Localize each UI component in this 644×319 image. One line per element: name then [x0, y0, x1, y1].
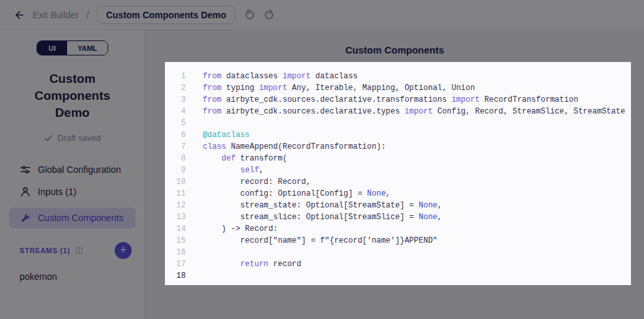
- custom-components-code-editor[interactable]: 1from dataclasses import dataclass2from …: [165, 62, 631, 285]
- streams-heading: STREAMS (1): [20, 247, 70, 254]
- wrench-icon: [20, 212, 31, 224]
- line-number: 15: [165, 235, 186, 247]
- line-number: 1: [165, 70, 186, 82]
- line-number: 6: [165, 129, 186, 141]
- draft-status-label: Draft saved: [57, 133, 100, 143]
- code-line[interactable]: 1from dataclasses import dataclass: [165, 70, 631, 82]
- code-text: self,: [203, 164, 264, 176]
- sidebar-item-label: Global Configuration: [38, 164, 121, 175]
- ui-yaml-toggle: UI YAML: [37, 40, 108, 55]
- breadcrumb-separator: /: [87, 10, 89, 20]
- info-icon[interactable]: [75, 247, 83, 255]
- code-line[interactable]: 11 config: Optional[Config] = None,: [165, 188, 631, 200]
- redo-button[interactable]: [263, 8, 277, 22]
- code-line[interactable]: 6@dataclass: [165, 129, 631, 141]
- line-number: 14: [165, 223, 186, 235]
- connector-builder-app: Exit Builder / Custom Components Demo: [0, 0, 644, 319]
- undo-button[interactable]: [243, 8, 257, 22]
- user-icon: [20, 186, 31, 198]
- toggle-option-yaml[interactable]: YAML: [67, 41, 108, 55]
- sidebar-item-global-configuration[interactable]: Global Configuration: [0, 159, 145, 181]
- line-number: 8: [165, 153, 186, 164]
- code-line[interactable]: 12 stream_state: Optional[StreamState] =…: [165, 200, 631, 211]
- code-text: config: Optional[Config] = None,: [203, 188, 390, 200]
- draft-status: Draft saved: [0, 133, 145, 143]
- code-text: return record: [203, 258, 301, 270]
- builder-sidebar: UI YAML Custom Components Demo Draft sav…: [0, 30, 145, 319]
- code-line[interactable]: 13 stream_slice: Optional[StreamSlice] =…: [165, 211, 631, 223]
- code-line[interactable]: 2from typing import Any, Iterable, Mappi…: [165, 82, 631, 94]
- code-text: stream_slice: Optional[StreamSlice] = No…: [203, 211, 442, 223]
- code-line[interactable]: 9 self,: [165, 164, 631, 176]
- line-number: 9: [165, 164, 186, 176]
- code-text: from typing import Any, Iterable, Mappin…: [203, 82, 475, 94]
- check-icon: [44, 134, 53, 143]
- stream-item-pokemon[interactable]: pokemon: [0, 267, 145, 286]
- line-number: 18: [165, 270, 186, 282]
- redo-icon: [263, 8, 277, 22]
- code-text: @dataclass: [203, 129, 250, 141]
- toggle-option-ui[interactable]: UI: [37, 41, 67, 55]
- sidebar-item-inputs[interactable]: Inputs (1): [0, 181, 145, 203]
- line-number: 17: [165, 258, 186, 270]
- top-bar: Exit Builder / Custom Components Demo: [0, 0, 644, 30]
- exit-builder-link[interactable]: Exit Builder: [33, 10, 79, 20]
- code-line[interactable]: 4from airbyte_cdk.sources.declarative.ty…: [165, 106, 631, 117]
- code-text: def transform(: [203, 153, 287, 164]
- arrow-left-icon: [14, 9, 25, 21]
- builder-title: Custom Components Demo: [18, 70, 126, 121]
- streams-header: STREAMS (1) +: [0, 242, 145, 259]
- code-line[interactable]: 17 return record: [165, 258, 631, 270]
- code-line[interactable]: 16: [165, 247, 631, 258]
- line-number: 2: [165, 82, 186, 94]
- code-line[interactable]: 18: [165, 270, 631, 282]
- code-line[interactable]: 8 def transform(: [165, 153, 631, 164]
- sidebar-item-custom-components[interactable]: Custom Components: [9, 207, 136, 228]
- page-title: Custom Components: [145, 30, 644, 55]
- sliders-icon: [20, 164, 31, 175]
- project-name-input[interactable]: Custom Components Demo: [97, 6, 235, 24]
- line-number: 7: [165, 141, 186, 153]
- code-text: ) -> Record:: [203, 223, 278, 235]
- plus-icon: +: [120, 244, 127, 256]
- line-number: 4: [165, 106, 186, 117]
- line-number: 5: [165, 117, 186, 129]
- code-line[interactable]: 5: [165, 117, 631, 129]
- code-text: stream_state: Optional[StreamState] = No…: [203, 200, 442, 211]
- sidebar-item-label: Custom Components: [38, 213, 124, 223]
- line-number: 11: [165, 188, 186, 200]
- line-number: 3: [165, 94, 186, 106]
- history-buttons: [243, 8, 277, 22]
- code-text: record["name"] = f"{record['name']}APPEN…: [203, 235, 437, 247]
- main-panel: Custom Components 1from dataclasses impo…: [145, 30, 644, 319]
- code-text: class NameAppend(RecordTransformation):: [203, 141, 386, 153]
- code-text: from airbyte_cdk.sources.declarative.tra…: [203, 94, 578, 106]
- add-stream-button[interactable]: +: [115, 242, 132, 259]
- code-line[interactable]: 15 record["name"] = f"{record['name']}AP…: [165, 235, 631, 247]
- builder-nav: Global Configuration Inputs (1): [0, 159, 145, 231]
- sidebar-item-label: Inputs (1): [38, 187, 76, 197]
- code-line[interactable]: 7class NameAppend(RecordTransformation):: [165, 141, 631, 153]
- spotlight-ring: Custom Components: [7, 205, 138, 231]
- line-number: 10: [165, 176, 186, 188]
- line-number: 16: [165, 247, 186, 258]
- code-line[interactable]: 14 ) -> Record:: [165, 223, 631, 235]
- line-number: 13: [165, 211, 186, 223]
- line-number: 12: [165, 200, 186, 211]
- code-text: from airbyte_cdk.sources.declarative.typ…: [203, 106, 625, 117]
- undo-icon: [243, 8, 257, 22]
- code-text: from dataclasses import dataclass: [203, 70, 358, 82]
- code-line[interactable]: 3from airbyte_cdk.sources.declarative.tr…: [165, 94, 631, 106]
- code-line[interactable]: 10 record: Record,: [165, 176, 631, 188]
- code-text: record: Record,: [203, 176, 311, 188]
- back-button[interactable]: [12, 7, 27, 23]
